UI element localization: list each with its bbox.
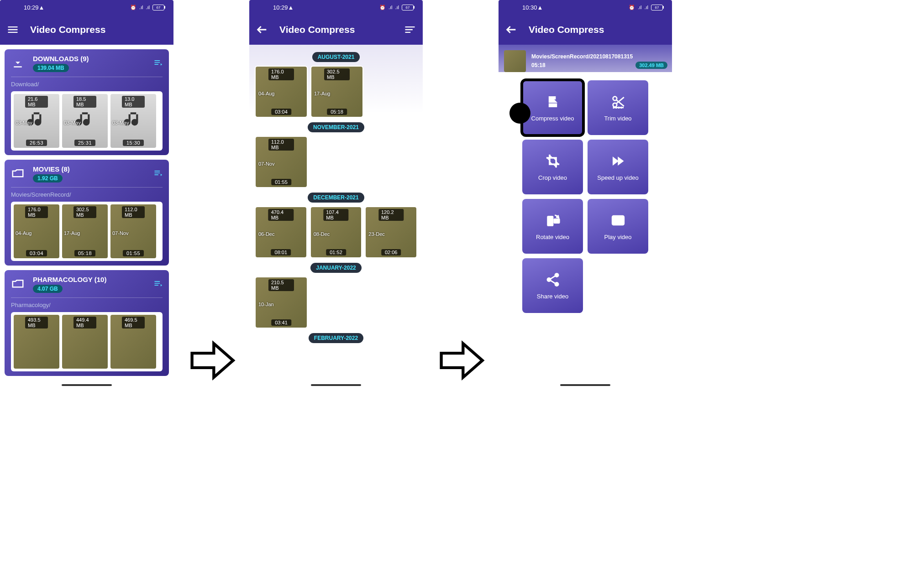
thumb-duration: 02:06 — [381, 249, 401, 256]
battery-icon: 67 — [402, 5, 414, 10]
thumb-size: 176.0 MB — [268, 68, 294, 80]
app-bar: Video Compress — [0, 15, 173, 45]
thumb-size: 449.4 MB — [74, 317, 96, 328]
page-title: Video Compress — [529, 24, 604, 35]
share-video-button[interactable]: Share video — [522, 258, 583, 313]
folder-size-badge: 139.04 MB — [33, 64, 69, 72]
folder-icon — [11, 277, 25, 291]
arrow-icon — [187, 336, 236, 385]
video-thumbnail[interactable]: 493.5 MB — [14, 315, 59, 369]
video-thumbnail[interactable]: 21.6 MB03-May26:53 — [14, 94, 59, 148]
signal-icon: .ıl — [638, 5, 642, 10]
speed-up-video-button[interactable]: Speed up video — [588, 140, 648, 194]
thumb-duration: 05:18 — [327, 109, 347, 115]
thumb-size: 107.4 MB — [323, 209, 348, 221]
thumb-size: 120.2 MB — [378, 209, 404, 221]
thumb-date: 08-Dec — [314, 231, 330, 237]
thumb-size: 112.0 MB — [122, 206, 145, 218]
video-thumbnail[interactable]: 176.0 MB04-Aug03:04 — [255, 66, 308, 118]
signal-icon: .ıl — [139, 5, 143, 10]
folder-title: MOVIES (8) — [33, 165, 70, 173]
playlist-icon[interactable] — [153, 279, 163, 290]
thumb-duration: 03:41 — [271, 319, 291, 326]
thumb-date: 06-Dec — [258, 231, 274, 237]
svg-rect-4 — [554, 219, 559, 223]
video-thumbnail[interactable]: 107.4 MB08-Dec01:52 — [310, 206, 362, 258]
arrow-icon — [436, 336, 485, 385]
compress-video-button[interactable]: Compress video — [522, 80, 583, 135]
thumbnail-row: 210.5 MB10-Jan03:41 — [249, 276, 423, 328]
menu-icon[interactable] — [6, 23, 19, 36]
folder-size-badge: 4.07 GB — [33, 285, 63, 293]
status-time: 10:29 — [273, 4, 288, 11]
video-thumbnail[interactable]: 112.0 MB07-Nov01:55 — [110, 204, 156, 258]
video-thumbnail[interactable]: 302.5 MB17-Aug05:18 — [62, 204, 108, 258]
nav-handle[interactable] — [560, 384, 610, 386]
nav-handle[interactable] — [62, 384, 112, 386]
file-size-badge: 302.49 MB — [635, 62, 667, 69]
alarm-icon: ⏰ — [379, 5, 386, 10]
thumb-size: 470.4 MB — [268, 209, 294, 221]
battery-icon: 67 — [651, 5, 663, 10]
video-thumbnail[interactable]: 112.0 MB07-Nov01:55 — [255, 136, 308, 188]
thumb-date: 17-Aug — [314, 91, 330, 96]
thumbnail-row: 176.0 MB04-Aug03:04302.5 MB17-Aug05:1811… — [11, 202, 163, 261]
back-icon[interactable] — [256, 23, 268, 36]
thumb-duration: 05:18 — [74, 250, 95, 256]
sort-icon[interactable] — [404, 23, 416, 36]
video-thumbnail[interactable]: 210.5 MB10-Jan03:41 — [255, 276, 308, 328]
folder-card[interactable]: DOWNLOADS (9)139.04 MBDownload/21.6 MB03… — [5, 49, 169, 155]
video-thumbnail[interactable]: 302.5 MB17-Aug05:18 — [310, 66, 363, 118]
status-time: 10:30 — [522, 4, 537, 11]
signal-icon: .ıl — [644, 5, 648, 10]
thumbnail-row: 112.0 MB07-Nov01:55 — [249, 136, 423, 188]
action-label: Play video — [604, 234, 632, 240]
thumb-date: 10-Jan — [258, 302, 274, 307]
video-thumbnail[interactable]: 13.0 MB03-May15:30 — [110, 94, 156, 148]
video-thumbnail[interactable]: 469.5 MB — [110, 315, 156, 369]
signal-icon: .ıl — [388, 5, 393, 10]
crop-video-button[interactable]: Crop video — [522, 140, 583, 194]
back-icon[interactable] — [505, 23, 518, 36]
thumb-duration: 03:04 — [271, 109, 291, 115]
action-label: Rotate video — [536, 234, 569, 240]
action-label: Share video — [537, 293, 568, 300]
thumb-date: 04-Aug — [258, 91, 274, 96]
month-header: JANUARY-2022 — [310, 263, 362, 273]
page-title: Video Compress — [279, 24, 355, 35]
action-label: Compress video — [531, 115, 574, 122]
svg-rect-2 — [613, 107, 623, 108]
status-time: 10:29 — [24, 4, 39, 11]
thumb-duration: 15:30 — [123, 140, 144, 146]
trim-video-button[interactable]: Trim video — [588, 80, 648, 135]
month-header: AUGUST-2021 — [312, 52, 360, 62]
nav-handle[interactable] — [311, 384, 361, 386]
video-thumbnail[interactable]: 176.0 MB04-Aug03:04 — [14, 204, 59, 258]
file-thumbnail — [504, 50, 526, 72]
video-thumbnail[interactable]: 449.4 MB — [62, 315, 108, 369]
thumb-size: 302.5 MB — [74, 206, 96, 218]
alarm-icon: ⏰ — [130, 5, 136, 10]
folder-path: Download/ — [11, 81, 163, 88]
video-thumbnail[interactable]: 120.2 MB23-Dec02:06 — [365, 206, 417, 258]
folder-card[interactable]: PHARMACOLOGY (10)4.07 GBPharmacology/493… — [5, 270, 169, 376]
page-title: Video Compress — [30, 24, 105, 35]
thumb-duration: 01:55 — [123, 250, 144, 256]
status-bar: 10:30 ▲ ⏰ .ıl .ıl 67 — [499, 0, 672, 15]
folder-title: PHARMACOLOGY (10) — [33, 276, 106, 283]
playlist-icon[interactable] — [153, 58, 163, 69]
playlist-icon[interactable] — [153, 168, 163, 179]
folder-card[interactable]: MOVIES (8)1.92 GBMovies/ScreenRecord/176… — [5, 160, 169, 266]
thumb-date: 03-May — [16, 120, 32, 125]
video-thumbnail[interactable]: 18.5 MB03-May25:31 — [62, 94, 108, 148]
thumbnail-row: 493.5 MB449.4 MB469.5 MB — [11, 312, 163, 371]
play-video-button[interactable]: Play video — [588, 199, 648, 254]
video-thumbnail[interactable]: 470.4 MB06-Dec08:01 — [255, 206, 307, 258]
folder-path: Pharmacology/ — [11, 302, 163, 308]
thumb-duration: 01:55 — [271, 179, 291, 185]
phone-month-list: 10:29 ▲ ⏰ .ıl .ıl 67 Video Compress AUGU… — [249, 0, 423, 388]
thumb-duration: 25:31 — [74, 140, 95, 146]
thumbnail-row: 176.0 MB04-Aug03:04302.5 MB17-Aug05:18 — [249, 66, 423, 118]
thumb-duration: 08:01 — [271, 249, 291, 256]
rotate-video-button[interactable]: Rotate video — [522, 199, 583, 254]
